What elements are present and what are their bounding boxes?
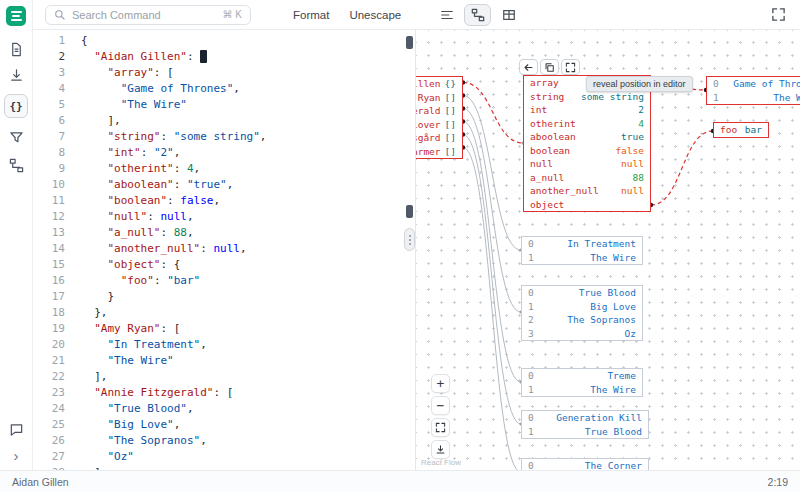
braces-icon[interactable]: {} [4,94,28,118]
code-line[interactable]: "boolean": false, [81,193,266,209]
node-row[interactable]: Annie Fitzgerald[] [415,104,462,118]
code-line[interactable]: }, [81,305,266,321]
graph-view-toggle[interactable] [464,4,491,26]
code-line[interactable]: "Aidan Gillen": { [81,49,266,65]
code-line[interactable]: ], [81,465,266,470]
node-row[interactable]: 0Generation Kill [522,411,648,425]
app-logo[interactable] [6,6,26,26]
node-row[interactable]: Alexander Skarsgård[] [415,131,462,145]
node-row[interactable]: nullnull [524,157,650,171]
file-icon[interactable] [7,40,25,58]
node-row[interactable]: foobar [714,123,768,137]
node-row[interactable]: a_null88 [524,171,650,185]
code-line[interactable]: "In Treatment", [81,337,266,353]
graph-canvas[interactable]: reveal position in editor + − React Flow… [415,30,800,470]
filter-icon[interactable] [7,128,25,146]
code-line[interactable]: "otherint": 4, [81,161,266,177]
code-line[interactable]: ], [81,369,266,385]
graph-node-amy[interactable]: 0In Treatment1The Wire [521,236,643,265]
node-row[interactable]: int2 [524,103,650,117]
format-button[interactable]: Format [293,9,329,21]
download-icon[interactable] [7,66,25,84]
code-line[interactable]: "null": null, [81,209,266,225]
code-line[interactable]: "Annie Fitzgerald": [ [81,385,266,401]
graph-edge[interactable] [463,122,521,383]
code-line[interactable]: ], [81,113,266,129]
expand-node-button[interactable] [561,59,580,75]
chevron-right-icon[interactable]: › [7,446,25,464]
node-row[interactable]: 0True Blood [522,286,642,300]
node-row[interactable]: 1The Wire [522,383,642,397]
node-row[interactable]: 0In Treatment [522,237,642,251]
node-row[interactable]: 1The Wire [522,251,642,265]
code-line[interactable]: "array": [ [81,65,266,81]
node-row[interactable]: 1The Wire [707,91,800,105]
code-line[interactable]: "Oz" [81,449,266,465]
node-row[interactable]: Aidan Gillen{} [415,77,462,91]
node-row[interactable]: 1True Blood [522,425,648,439]
graph-edge[interactable] [463,148,521,471]
node-row[interactable]: object [524,198,650,212]
node-row[interactable]: 3Oz [522,327,642,341]
search-input[interactable] [72,9,217,21]
graph-node-object-foo[interactable]: foobar [713,122,769,138]
code-line[interactable]: "True Blood", [81,401,266,417]
unescape-button[interactable]: Unescape [349,9,401,21]
node-row[interactable]: 0Treme [522,369,642,383]
node-row[interactable]: otherint4 [524,117,650,131]
zoom-out-button[interactable]: − [431,396,450,415]
code-line[interactable]: "The Wire" [81,97,266,113]
node-row[interactable]: booleanfalse [524,144,650,158]
scrollbar-thumb[interactable] [406,205,413,218]
flow-icon[interactable] [7,156,25,174]
node-row[interactable]: 1Big Love [522,300,642,314]
fullscreen-button[interactable] [771,7,786,22]
code-line[interactable]: "a_null": 88, [81,225,266,241]
node-row[interactable]: 0Game of Thrones [707,77,800,91]
code-line[interactable]: "another_null": null, [81,241,266,257]
node-row[interactable]: 0The Corner [522,459,648,470]
graph-node-annie[interactable]: 0True Blood1Big Love2The Sopranos3Oz [521,285,643,341]
node-row[interactable]: abooleantrue [524,130,650,144]
code-line[interactable]: "object": { [81,257,266,273]
graph-node-root[interactable]: Aidan Gillen{}Amy Ryan[]Annie Fitzgerald… [415,76,463,159]
code-line[interactable]: } [81,289,266,305]
node-row[interactable]: another_nullnull [524,184,650,198]
code-line[interactable]: "foo": "bar" [81,273,266,289]
graph-edge[interactable] [463,83,523,144]
node-row[interactable]: 2The Sopranos [522,313,642,327]
code-line[interactable]: "aboolean": "true", [81,177,266,193]
code-line[interactable]: "The Wire" [81,353,266,369]
code-line[interactable]: "The Sopranos", [81,433,266,449]
node-row[interactable]: Amy Ryan[] [415,91,462,105]
graph-edge[interactable] [651,131,713,205]
code-line[interactable]: "Big Love", [81,417,266,433]
graph-edge[interactable] [463,135,521,425]
graph-node-got[interactable]: 0Game of Thrones1The Wire [706,76,800,105]
reveal-in-editor-button[interactable] [519,59,538,75]
copy-node-button[interactable] [540,59,559,75]
zoom-in-button[interactable]: + [431,374,450,393]
graph-node-alice[interactable]: 0The Corner [521,458,649,470]
download-image-button[interactable] [431,440,450,459]
chat-icon[interactable] [7,420,25,438]
node-item: The Wire [540,383,636,397]
code-line[interactable]: { [81,33,266,49]
panel-resize-handle[interactable] [404,228,415,251]
code-line[interactable]: "Game of Thrones", [81,81,266,97]
code-line[interactable]: "int": "2", [81,145,266,161]
graph-edge[interactable] [463,96,521,251]
node-row[interactable]: Anwan Glover[] [415,118,462,132]
node-row[interactable]: Alice Farmer[] [415,145,462,159]
code-line[interactable]: "string": "some string", [81,129,266,145]
graph-node-aidan-gillen[interactable]: arraystringsome stringint2otherint4abool… [523,75,651,212]
fit-view-button[interactable] [431,418,450,437]
table-view-toggle[interactable] [495,4,522,26]
code-line[interactable]: "Amy Ryan": [ [81,321,266,337]
search-box[interactable]: ⌘ K [45,5,251,25]
editor-code[interactable]: { "Aidan Gillen": { "array": [ "Game of … [81,30,266,470]
graph-node-alex[interactable]: 0Generation Kill1True Blood [521,410,649,439]
text-view-toggle[interactable] [433,4,460,26]
json-editor[interactable]: 1234567891011121314151617181920212223242… [33,30,415,470]
graph-node-anwan[interactable]: 0Treme1The Wire [521,368,643,397]
